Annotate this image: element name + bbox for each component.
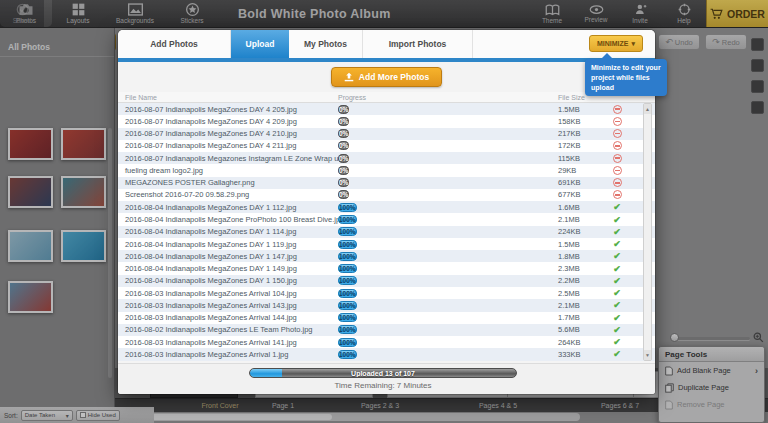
file-size: 29KB (558, 166, 605, 175)
file-size: 158KB (558, 117, 605, 126)
upload-table-row: 2016-08-03 Indianapolis MegaZones Arriva… (118, 348, 655, 360)
progress-bar: 100% (338, 338, 357, 347)
progress-bar: 0% (338, 105, 349, 114)
progress-bar: 0% (338, 154, 349, 163)
file-name: MEGAZONES POSTER Gallagher.png (118, 178, 338, 187)
overall-progress-bar: Uploaded 13 of 107 (249, 368, 517, 378)
upload-table-row: 2016-08-07 Indianapolis MegaZones DAY 4 … (118, 140, 655, 152)
progress-bar: 100% (338, 313, 357, 322)
progress-bar: 0% (338, 129, 349, 138)
file-size: 677KB (558, 190, 605, 199)
status-icon[interactable] (613, 129, 622, 138)
upload-summary: Uploaded 13 of 107 Time Remaining: 7 Min… (118, 363, 655, 394)
status-icon[interactable] (613, 215, 621, 225)
upload-table-row: 2016-08-04 Indianapolis MegaZones DAY 1 … (118, 226, 655, 238)
file-name: 2016-08-02 Indianapolis MegaZones LE Tea… (118, 325, 338, 334)
status-icon[interactable] (613, 276, 621, 286)
status-icon[interactable] (613, 251, 621, 261)
file-size: 217KB (558, 129, 605, 138)
upload-table-row: 2016-08-04 Indianapolis MegaZones DAY 1 … (118, 201, 655, 213)
upload-dialog: Add Photos Upload My Photos Import Photo… (118, 30, 655, 394)
file-name: 2016-08-04 Indianapolis MegaZones DAY 1 … (118, 203, 338, 212)
file-size: 691KB (558, 178, 605, 187)
upload-table-row: 2016-08-04 Indianapolis MegaZone ProPhot… (118, 213, 655, 225)
progress-bar: 100% (338, 240, 357, 249)
file-name: 2016-08-04 Indianapolis MegaZones DAY 1 … (118, 227, 338, 236)
file-name: 2016-08-04 Indianapolis MegaZones DAY 1 … (118, 264, 338, 273)
upload-table-row: 2016-08-02 Indianapolis MegaZones LE Tea… (118, 324, 655, 336)
status-icon[interactable] (613, 166, 622, 175)
file-size: 1.5MB (558, 240, 605, 249)
status-icon[interactable] (613, 154, 622, 163)
add-more-photos-button[interactable]: Add More Photos (331, 67, 442, 87)
upload-table-row: MEGAZONES POSTER Gallagher.png 0% 691KB (118, 177, 655, 189)
status-icon[interactable] (613, 227, 621, 237)
upload-table-row: 2016-08-04 Indianapolis MegaZones DAY 1 … (118, 238, 655, 250)
upload-table-row: Screenshot 2016-07-20 09.58.29.png 0% 67… (118, 189, 655, 201)
file-size: 115KB (558, 154, 605, 163)
status-icon[interactable] (613, 105, 622, 114)
status-icon[interactable] (613, 239, 621, 249)
status-icon[interactable] (613, 300, 621, 310)
file-size: 1.7MB (558, 313, 605, 322)
progress-bar: 0% (338, 166, 349, 175)
progress-bar: 100% (338, 301, 357, 310)
progress-bar: 100% (338, 276, 357, 285)
status-icon[interactable] (613, 349, 621, 359)
file-name: 2016-08-07 Indianapolis MegaZones DAY 4 … (118, 105, 338, 114)
upload-table-row: 2016-08-04 Indianapolis MegaZones DAY 1 … (118, 275, 655, 287)
progress-bar: 0% (338, 141, 349, 150)
progress-bar: 100% (338, 215, 357, 224)
upload-table-row: 2016-08-07 Indianapolis MegaZones DAY 4 … (118, 128, 655, 140)
file-size: 2.1MB (558, 301, 605, 310)
minimize-tooltip: Minimize to edit your project while file… (585, 59, 667, 96)
column-header-file-name: File Name (118, 94, 338, 101)
status-icon[interactable] (613, 178, 622, 187)
file-name: 2016-08-04 Indianapolis MegaZone ProPhot… (118, 215, 338, 224)
status-icon[interactable] (613, 325, 621, 335)
progress-bar: 100% (338, 325, 357, 334)
progress-bar: 100% (338, 350, 357, 359)
status-icon[interactable] (613, 117, 622, 126)
upload-table-row: 2016-08-07 Indianapolis MegaZones DAY 4 … (118, 103, 655, 115)
file-name: 2016-08-04 Indianapolis MegaZones DAY 1 … (118, 240, 338, 249)
file-name: 2016-08-07 Indianapolis MegaZones DAY 4 … (118, 129, 338, 138)
table-scrollbar[interactable] (643, 103, 652, 361)
upload-table-row: 2016-08-03 Indianapolis MegaZones Arriva… (118, 287, 655, 299)
file-name: 2016-08-07 Indianapolis MegaZones DAY 4 … (118, 141, 338, 150)
status-icon[interactable] (613, 288, 621, 298)
dialog-tab-bar: Add Photos Upload My Photos Import Photo… (118, 30, 655, 58)
file-size: 333KB (558, 350, 605, 359)
file-size: 1.5MB (558, 105, 605, 114)
status-icon[interactable] (613, 141, 622, 150)
overall-progress-label: Uploaded 13 of 107 (250, 369, 516, 377)
status-icon[interactable] (613, 202, 621, 212)
status-icon[interactable] (613, 264, 621, 274)
file-name: 2016-08-07 Indianapolis Megazones Instag… (118, 154, 338, 163)
chevron-down-icon (631, 40, 635, 48)
tab-my-photos[interactable]: My Photos (289, 30, 363, 58)
file-name: 2016-08-03 Indianapolis MegaZones Arriva… (118, 338, 338, 347)
progress-bar: 0% (338, 117, 349, 126)
progress-bar: 100% (338, 264, 357, 273)
progress-bar: 0% (338, 190, 349, 199)
file-name: 2016-08-04 Indianapolis MegaZones DAY 1 … (118, 252, 338, 261)
tab-upload[interactable]: Upload (231, 30, 289, 58)
tab-import-photos[interactable]: Import Photos (363, 30, 473, 58)
column-header-progress: Progress (338, 94, 558, 101)
progress-bar: 100% (338, 252, 357, 261)
status-icon[interactable] (613, 190, 622, 199)
upload-table-row: fueling dream logo2.jpg 0% 29KB (118, 164, 655, 176)
file-size: 2.2MB (558, 276, 605, 285)
scroll-down-arrow-icon[interactable] (644, 350, 651, 360)
tab-add-photos[interactable]: Add Photos (118, 30, 231, 58)
scroll-up-arrow-icon[interactable] (644, 104, 651, 114)
file-size: 224KB (558, 227, 605, 236)
progress-bar: 100% (338, 203, 357, 212)
file-name: 2016-08-03 Indianapolis MegaZones Arriva… (118, 313, 338, 322)
status-icon[interactable] (613, 313, 621, 323)
status-icon[interactable] (613, 337, 621, 347)
upload-table-row: 2016-08-04 Indianapolis MegaZones DAY 1 … (118, 262, 655, 274)
minimize-button[interactable]: MINIMIZE (589, 35, 643, 52)
upload-table-row: 2016-08-04 Indianapolis MegaZones DAY 1 … (118, 250, 655, 262)
